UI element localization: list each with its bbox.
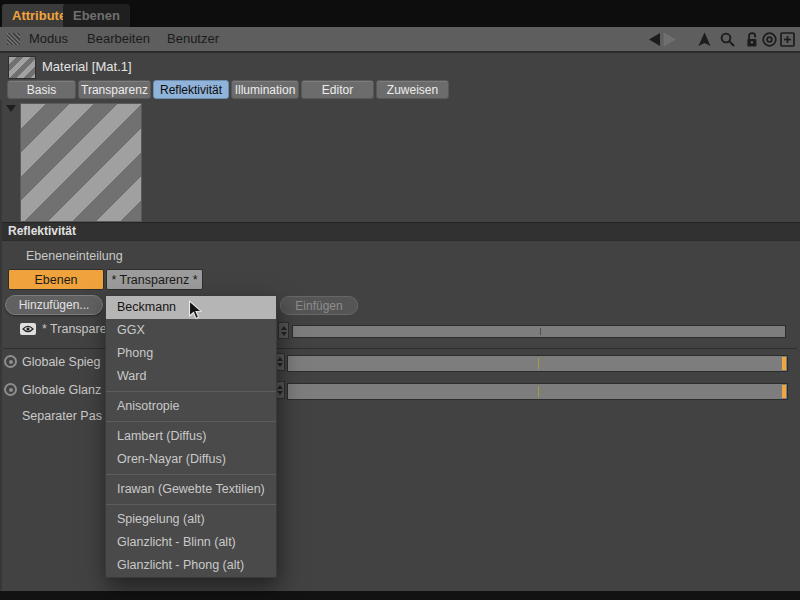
menu-separator — [106, 501, 276, 508]
menu-separator — [106, 388, 276, 395]
menu-separator — [106, 471, 276, 478]
row-label-transparenz: * Transparen — [42, 320, 114, 338]
menu-item-glanzlicht-blinn-alt[interactable]: Glanzlicht - Blinn (alt) — [106, 531, 276, 554]
layers-label: Ebeneneinteilung — [26, 247, 123, 265]
slider-handle[interactable] — [782, 357, 786, 370]
slider-default-tick — [538, 386, 539, 397]
pointer-arrow-icon[interactable] — [696, 31, 713, 48]
insert-button[interactable]: Einfügen — [280, 296, 358, 315]
panel-bottom-edge — [0, 591, 800, 600]
search-icon[interactable] — [719, 31, 736, 48]
slider-default-tick — [540, 328, 541, 335]
tab-reflektivitaet[interactable]: Reflektivität — [153, 80, 229, 99]
material-thumbnail-icon — [8, 56, 36, 79]
shader-type-dropdown: Beckmann GGX Phong Ward Anisotropie Lamb… — [105, 295, 277, 578]
menu-item-ward[interactable]: Ward — [106, 365, 276, 388]
slider-handle[interactable] — [782, 385, 786, 398]
menu-separator — [106, 418, 276, 425]
panel-tab-bar: Attribute Ebenen — [0, 0, 800, 27]
row-label-globale-spiegelung: Globale Spieg — [22, 353, 101, 371]
tab-editor[interactable]: Editor — [301, 80, 374, 99]
menu-item-glanzlicht-phong-alt[interactable]: Glanzlicht - Phong (alt) — [106, 554, 276, 577]
panel-left-edge — [0, 100, 2, 591]
slider-spiegelung[interactable] — [287, 355, 788, 372]
visibility-eye-icon[interactable] — [20, 323, 36, 335]
spinner-transparenz[interactable] — [278, 322, 289, 339]
menu-modus[interactable]: Modus — [29, 27, 68, 51]
tab-illumination[interactable]: Illumination — [231, 80, 299, 99]
menu-bearbeiten[interactable]: Bearbeiten — [87, 27, 150, 51]
menu-bar: Modus Bearbeiten Benutzer — [0, 27, 800, 51]
slider-glanz[interactable] — [287, 383, 788, 400]
material-header: Material [Mat.1] — [0, 51, 800, 80]
property-tab-row: Basis Transparenz Reflektivität Illumina… — [0, 80, 800, 100]
history-back-icon[interactable] — [645, 31, 662, 48]
menu-item-irawan[interactable]: Irawan (Gewebte Textilien) — [106, 478, 276, 501]
menu-item-anisotropie[interactable]: Anisotropie — [106, 395, 276, 418]
menu-benutzer[interactable]: Benutzer — [167, 27, 219, 51]
material-title: Material [Mat.1] — [42, 53, 132, 80]
panel-tab-ebenen[interactable]: Ebenen — [63, 4, 130, 27]
layer-tab-transparenz[interactable]: * Transparenz * — [106, 269, 203, 290]
layer-tab-ebenen[interactable]: Ebenen — [8, 269, 104, 290]
section-header-reflektivitaet: Reflektivität — [0, 222, 800, 241]
attribute-manager-panel: Attribute Ebenen Modus Bearbeiten Benutz… — [0, 0, 800, 600]
menu-item-phong[interactable]: Phong — [106, 342, 276, 365]
menu-item-spiegelung-alt[interactable]: Spiegelung (alt) — [106, 508, 276, 531]
menu-item-oren-nayar[interactable]: Oren-Nayar (Diffus) — [106, 448, 276, 471]
panel-grip-icon[interactable] — [7, 33, 20, 45]
tab-transparenz[interactable]: Transparenz — [78, 80, 151, 99]
history-forward-icon[interactable] — [662, 31, 679, 48]
row-label-globale-glanz: Globale Glanz — [22, 381, 101, 399]
slider-transparenz[interactable] — [292, 325, 786, 338]
add-button[interactable]: Hinzufügen... — [5, 295, 103, 315]
collapse-arrow-icon[interactable] — [6, 105, 16, 112]
lock-icon[interactable] — [744, 31, 761, 48]
tab-basis[interactable]: Basis — [7, 80, 76, 99]
new-panel-icon[interactable] — [779, 31, 796, 48]
mouse-cursor-icon — [188, 300, 203, 325]
row-label-separater-pass: Separater Pas — [22, 407, 102, 425]
target-icon[interactable] — [761, 31, 778, 48]
tab-zuweisen[interactable]: Zuweisen — [376, 80, 449, 99]
animation-dot-glanz[interactable] — [4, 383, 17, 396]
slider-default-tick — [538, 358, 539, 369]
menu-item-lambert[interactable]: Lambert (Diffus) — [106, 425, 276, 448]
material-preview[interactable] — [20, 103, 142, 222]
animation-dot-spiegelung[interactable] — [4, 355, 17, 368]
